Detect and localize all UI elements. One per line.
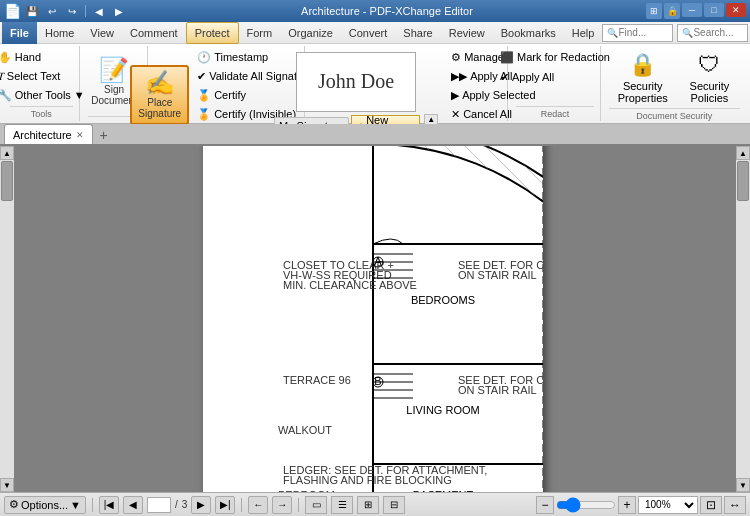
menu-organize[interactable]: Organize	[280, 22, 341, 44]
tab-architecture[interactable]: Architecture ✕	[4, 124, 93, 144]
qa-undo[interactable]: ↩	[43, 3, 61, 19]
options-button[interactable]: ⚙ Options... ▼	[4, 496, 86, 514]
apply-redact-button[interactable]: ✔ Apply All	[495, 68, 559, 86]
qa-redo[interactable]: ↪	[63, 3, 81, 19]
pdf-page: BEDROOMS LIVING ROOM BASEMENT TERRACE 96…	[203, 146, 543, 492]
signature-name: John Doe	[318, 70, 394, 93]
search-box[interactable]: 🔍	[677, 24, 748, 42]
facing-view[interactable]: ⊞	[357, 496, 379, 514]
maximize-button[interactable]: □	[704, 3, 724, 17]
zoom-select[interactable]: 50% 75% 100% 125% 150% 200%	[638, 496, 698, 514]
security-properties-button[interactable]: 🔒 Security Properties	[609, 48, 677, 108]
validate-icon: ✔	[197, 70, 206, 83]
timestamp-button[interactable]: 🕐 Timestamp	[192, 48, 273, 66]
first-page-button[interactable]: |◀	[99, 496, 119, 514]
select-text-button[interactable]: 𝑇 Select Text	[0, 67, 65, 85]
cancel-all-button[interactable]: ✕ Cancel All	[446, 105, 517, 123]
qa-save[interactable]: 💾	[23, 3, 41, 19]
scroll-up-button[interactable]: ▲	[0, 146, 14, 160]
manage-icon: ⚙	[451, 51, 461, 64]
menu-review[interactable]: Review	[441, 22, 493, 44]
ribbon-group-doc-security: 🔒 Security Properties 🛡 Security Policie…	[603, 46, 746, 121]
main-area: ▲ ▼ ▲ ▼	[0, 146, 750, 492]
last-page-button[interactable]: ▶|	[215, 496, 235, 514]
menu-form[interactable]: Form	[239, 22, 281, 44]
cover-view[interactable]: ⊟	[383, 496, 405, 514]
svg-text:A: A	[374, 255, 382, 267]
prev-page-button[interactable]: ◀	[123, 496, 143, 514]
menu-share[interactable]: Share	[395, 22, 440, 44]
scroll-track-right	[736, 160, 750, 478]
next-page-button[interactable]: ▶	[191, 496, 211, 514]
zoom-out-button[interactable]: −	[536, 496, 554, 514]
menu-view[interactable]: View	[82, 22, 122, 44]
minimize-button[interactable]: ─	[682, 3, 702, 17]
menu-help[interactable]: Help	[564, 22, 603, 44]
menu-home[interactable]: Home	[37, 22, 82, 44]
tab-add-button[interactable]: +	[95, 126, 113, 144]
options-icon: ⚙	[9, 498, 19, 511]
mark-redaction-button[interactable]: ⬛ Mark for Redaction	[495, 48, 615, 66]
status-sep3	[298, 498, 299, 512]
apply-all-icon: ▶▶	[451, 70, 467, 83]
title-text: Architecture - PDF-XChange Editor	[130, 5, 644, 17]
menu-bookmarks[interactable]: Bookmarks	[493, 22, 564, 44]
svg-text:WALKOUT: WALKOUT	[278, 424, 332, 436]
lock-icon: 🔒	[664, 3, 680, 19]
search-area: 🔍 🔍	[602, 24, 748, 42]
hand-tool-button[interactable]: ✋ Hand	[0, 48, 46, 66]
status-sep1	[92, 498, 93, 512]
page-input[interactable]: 1	[147, 497, 171, 513]
search-input[interactable]	[693, 27, 743, 38]
hand-icon: ✋	[0, 51, 12, 64]
qa-arrow-left[interactable]: ◀	[90, 3, 108, 19]
shield-icon: 🛡	[698, 52, 720, 78]
single-page-view[interactable]: ▭	[305, 496, 327, 514]
zoom-slider[interactable]	[556, 497, 616, 513]
tab-close-button[interactable]: ✕	[76, 130, 84, 140]
find-icon: 🔍	[607, 28, 618, 38]
menu-convert[interactable]: Convert	[341, 22, 396, 44]
svg-text:LIVING ROOM: LIVING ROOM	[406, 404, 479, 416]
scroll-thumb-left[interactable]	[1, 161, 13, 201]
network-icon: ⊞	[646, 3, 662, 19]
zoom-in-button[interactable]: +	[618, 496, 636, 514]
security-policies-button[interactable]: 🛡 Security Policies	[679, 48, 740, 108]
ribbon-group-redact: ⬛ Mark for Redaction ✔ Apply All Redact	[510, 46, 600, 121]
scroll-right-down[interactable]: ▼	[736, 478, 750, 492]
zoom-controls: − + 50% 75% 100% 125% 150% 200% ⊡ ↔	[536, 496, 746, 514]
find-input[interactable]	[618, 27, 668, 38]
ribbon-group-tools: ✋ Hand 𝑇 Select Text 🔧 Other Tools ▼ Too…	[4, 46, 80, 121]
timestamp-icon: 🕐	[197, 51, 211, 64]
scroll-down-button[interactable]: ▼	[0, 478, 14, 492]
ribbon-group-sig-initials: John Doe My Signature + New Signature ▲ …	[307, 46, 508, 121]
fit-width-button[interactable]: ↔	[724, 496, 746, 514]
qa-arrow-right[interactable]: ▶	[110, 3, 128, 19]
fit-page-button[interactable]: ⊡	[700, 496, 722, 514]
other-tools-button[interactable]: 🔧 Other Tools ▼	[0, 86, 90, 104]
certify-button[interactable]: 🏅 Certify	[192, 86, 251, 104]
cancel-icon: ✕	[451, 108, 460, 121]
scroll-right-up[interactable]: ▲	[736, 146, 750, 160]
redact-group-label: Redact	[516, 106, 593, 119]
find-box[interactable]: 🔍	[602, 24, 673, 42]
menu-protect[interactable]: Protect	[186, 22, 239, 44]
qa-separator	[85, 5, 86, 17]
scroll-thumb-right[interactable]	[737, 161, 749, 201]
menu-bar: File Home View Comment Protect Form Orga…	[0, 22, 750, 44]
menu-file[interactable]: File	[2, 22, 37, 44]
lock-icon: 🔒	[629, 52, 656, 78]
place-signature-button[interactable]: ✍ Place Signature	[130, 65, 189, 125]
back-button[interactable]: ←	[248, 496, 268, 514]
scroll-track-left	[0, 160, 14, 478]
redact-icon: ⬛	[500, 51, 514, 64]
svg-text:B: B	[374, 375, 381, 387]
tools-group-label: Tools	[10, 106, 73, 119]
status-bar: ⚙ Options... ▼ |◀ ◀ 1 / 3 ▶ ▶| ← → ▭ ☰ ⊞…	[0, 492, 750, 516]
signature-preview[interactable]: John Doe	[296, 52, 416, 112]
continuous-view[interactable]: ☰	[331, 496, 353, 514]
close-button[interactable]: ✕	[726, 3, 746, 17]
forward-button[interactable]: →	[272, 496, 292, 514]
menu-comment[interactable]: Comment	[122, 22, 186, 44]
text-cursor-icon: 𝑇	[0, 70, 4, 83]
